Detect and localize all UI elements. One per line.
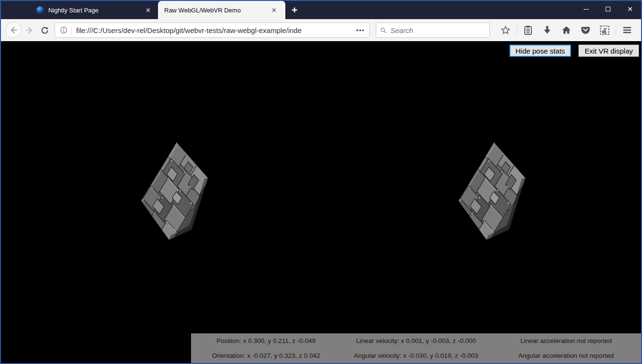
star-icon (500, 25, 511, 35)
url-input[interactable] (76, 26, 353, 34)
new-tab-button[interactable]: + (285, 1, 304, 19)
nightly-globe-icon (36, 6, 44, 14)
downloads-button[interactable] (541, 24, 553, 36)
tab-bar-spacer (1, 1, 32, 19)
pose-orientation: Orientation: x -0.027, y 0.323, z 0.042 (191, 352, 341, 359)
left-eye-cube (141, 142, 209, 241)
hide-pose-stats-button[interactable]: Hide pose stats (509, 44, 571, 57)
reload-button[interactable] (39, 23, 51, 37)
arrow-right-icon (24, 25, 35, 35)
pose-linear-acceleration: Linear acceleration not reported (491, 337, 641, 344)
clipboard-icon (523, 25, 533, 35)
exit-vr-display-button[interactable]: Exit VR display (578, 44, 639, 57)
navigation-toolbar: ••• (1, 19, 641, 41)
url-bar[interactable]: ••• (55, 22, 370, 38)
menu-button[interactable] (621, 24, 633, 36)
browser-window: Nightly Start Page ✕ Raw WebGL/WebVR Dem… (0, 0, 642, 364)
hamburger-icon (622, 25, 632, 35)
tab-close-icon[interactable]: ✕ (269, 6, 279, 14)
home-icon (561, 25, 572, 35)
pose-angular-velocity: Angular velocity: x -0.030, y 0.019, z -… (341, 352, 491, 359)
toolbar-divider (517, 25, 517, 35)
window-controls: ✕ (575, 1, 641, 17)
tab-raw-webgl-webvr-demo[interactable]: Raw WebGL/WebVR Demo ✕ (158, 1, 285, 19)
webvr-canvas: Hide pose stats Exit VR display Position… (1, 41, 641, 363)
library-button[interactable] (522, 24, 534, 36)
pose-position: Position: x 0.300, y 0.211, z -0.049 (191, 337, 341, 344)
maximize-button[interactable] (597, 1, 619, 17)
page-info-icon[interactable] (59, 26, 68, 34)
search-icon (380, 26, 387, 34)
bookmark-star-button[interactable] (500, 24, 511, 36)
page-actions-icon[interactable]: ••• (356, 27, 365, 34)
tab-nightly-start-page[interactable]: Nightly Start Page ✕ (32, 1, 158, 19)
forward-button[interactable] (24, 23, 35, 37)
minimize-button[interactable] (575, 1, 597, 17)
toolbar-action-icons (496, 24, 637, 36)
tab-title: Raw WebGL/WebVR Demo (164, 7, 269, 14)
back-button[interactable] (5, 22, 22, 38)
close-icon: ✕ (627, 6, 633, 12)
minimize-icon (584, 9, 589, 10)
pocket-icon (580, 25, 591, 35)
close-window-button[interactable]: ✕ (619, 1, 641, 17)
search-input[interactable] (389, 26, 486, 35)
pocket-button[interactable] (580, 24, 591, 36)
pose-linear-velocity: Linear velocity: x 0.001, y -0.003, z -0… (341, 337, 491, 344)
maximize-icon (606, 7, 610, 11)
right-eye-cube (459, 142, 526, 241)
screenshot-button[interactable] (599, 24, 610, 36)
refresh-icon (40, 26, 49, 35)
tab-close-icon[interactable]: ✕ (143, 6, 153, 14)
download-arrow-icon (542, 25, 552, 35)
toolbar-divider (616, 25, 616, 35)
tab-bar: Nightly Start Page ✕ Raw WebGL/WebVR Dem… (1, 1, 641, 19)
vr-control-buttons: Hide pose stats Exit VR display (509, 44, 639, 57)
tab-title: Nightly Start Page (48, 7, 143, 14)
search-bar[interactable] (376, 22, 490, 38)
pose-stats-bar: Position: x 0.300, y 0.211, z -0.049 Lin… (191, 333, 641, 363)
url-bar-divider (71, 25, 72, 35)
pose-angular-acceleration: Angular acceleration not reported (491, 352, 641, 359)
arrow-left-icon (8, 25, 19, 35)
home-button[interactable] (561, 24, 572, 36)
scissors-dashed-icon (599, 25, 610, 35)
